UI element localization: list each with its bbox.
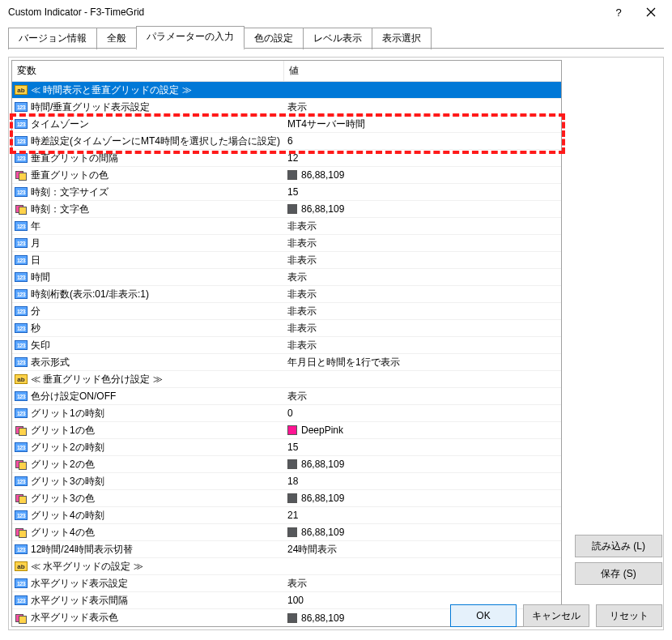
cell-value[interactable]: 表示 [284,271,561,284]
cell-value[interactable]: 15 [284,442,561,453]
tab-0[interactable]: バージョン情報 [8,28,97,49]
variable-name: 分 [31,305,40,318]
cell-value[interactable]: 年月日と時間を1行で表示 [284,356,561,369]
cell-variable: 123年 [12,220,284,233]
table-row[interactable]: 123色分け設定ON/OFF表示 [12,388,561,405]
column-header-value[interactable]: 値 [284,61,561,81]
table-row[interactable]: 123グリット2の時刻15 [12,439,561,456]
table-row[interactable]: グリット2の色86,88,109 [12,456,561,473]
tab-1[interactable]: 全般 [96,28,137,49]
cell-value[interactable]: DeepPink [284,425,561,436]
value-text: 非表示 [287,305,317,318]
cell-value[interactable]: 非表示 [284,322,561,335]
cell-value[interactable]: 15 [284,186,561,198]
value-text: 86,88,109 [301,169,344,181]
table-row[interactable]: 123時刻桁数(表示:01/非表示:1)非表示 [12,286,561,303]
table-row[interactable]: 123時間表示 [12,269,561,286]
table-row[interactable]: グリット1の色DeepPink [12,422,561,439]
table-row[interactable]: ab≪ 時間表示と垂直グリッドの設定 ≫ [12,82,561,99]
type-number-icon: 123 [15,135,28,147]
table-row[interactable]: 123時差設定(タイムゾーンにMT4時間を選択した場合に設定)6 [12,133,561,150]
value-text: 表示 [287,100,307,114]
cell-value[interactable]: 非表示 [284,288,561,301]
variable-name: グリット3の時刻 [31,475,104,489]
reset-button[interactable]: リセット [596,604,662,627]
cell-variable: 時刻：文字色 [12,203,284,216]
load-button[interactable]: 読み込み (L) [575,535,662,557]
type-number-icon: 123 [15,118,28,130]
table-row[interactable]: ab≪ 垂直グリッド色分け設定 ≫ [12,371,561,388]
table-row[interactable]: 123時間/垂直グリッド表示設定表示 [12,99,561,116]
table-row[interactable]: 123グリット3の時刻18 [12,473,561,490]
cell-value[interactable]: 86,88,109 [284,459,561,470]
table-row[interactable]: 123分非表示 [12,303,561,320]
table-row[interactable]: 123表示形式年月日と時間を1行で表示 [12,354,561,371]
cell-value[interactable]: 表示 [284,577,561,591]
cell-variable: 123秒 [12,322,284,335]
cell-value[interactable]: 86,88,109 [284,527,561,538]
table-row[interactable]: 123矢印非表示 [12,337,561,354]
cell-value[interactable]: 24時間表示 [284,543,561,557]
tab-3[interactable]: 色の設定 [244,28,304,49]
cell-variable: 123表示形式 [12,356,284,369]
table-row[interactable]: 123時刻：文字サイズ15 [12,184,561,201]
table-row[interactable]: 123秒非表示 [12,320,561,337]
cell-value[interactable]: 表示 [284,390,561,403]
type-number-icon: 123 [15,339,28,351]
type-color-icon [15,459,28,470]
table-row[interactable]: ab≪ 水平グリッドの設定 ≫ [12,558,561,575]
cell-value[interactable]: 86,88,109 [284,169,561,181]
table-row[interactable]: 123月非表示 [12,235,561,252]
cell-variable: 123時刻：文字サイズ [12,186,284,199]
cell-value[interactable]: 12 [284,152,561,164]
tab-4[interactable]: レベル表示 [303,28,372,49]
cell-value[interactable]: 非表示 [284,220,561,233]
cell-value[interactable]: 86,88,109 [284,493,561,504]
cell-variable: 123分 [12,305,284,318]
table-row[interactable]: 時刻：文字色86,88,109 [12,201,561,218]
table-row[interactable]: グリット4の色86,88,109 [12,524,561,541]
table-row[interactable]: 123年非表示 [12,218,561,235]
cell-variable: グリット2の色 [12,458,284,471]
table-row[interactable]: 123水平グリッド表示設定表示 [12,575,561,592]
table-row[interactable]: 123グリット1の時刻0 [12,405,561,422]
table-row[interactable]: 12312時間/24時間表示切替24時間表示 [12,541,561,558]
cell-value[interactable]: 表示 [284,100,561,114]
value-text: 86,88,109 [301,203,344,215]
variable-name: グリット4の時刻 [31,509,104,523]
cell-variable: ab≪ 水平グリッドの設定 ≫ [12,560,284,574]
table-row[interactable]: 垂直グリットの色86,88,109 [12,167,561,184]
cancel-button[interactable]: キャンセル [523,604,589,627]
table-row[interactable]: 123タイムゾーンMT4サーバー時間 [12,116,561,133]
value-text: 0 [287,407,293,419]
cell-value[interactable]: 6 [284,135,561,147]
column-header-variable[interactable]: 変数 [12,61,284,81]
cell-value[interactable]: MT4サーバー時間 [284,117,561,131]
table-row[interactable]: 123日非表示 [12,252,561,269]
table-row[interactable]: 123垂直グリットの間隔12 [12,150,561,167]
variable-name: 水平グリッド表示間隔 [31,594,128,608]
type-number-icon: 123 [15,322,28,334]
ok-button[interactable]: OK [450,604,517,627]
tab-2[interactable]: パラメーターの入力 [136,26,245,49]
cell-value[interactable]: 非表示 [284,339,561,352]
table-row[interactable]: 123グリット4の時刻21 [12,507,561,524]
cell-value[interactable]: 非表示 [284,254,561,267]
variable-name: 時差設定(タイムゾーンにMT4時間を選択した場合に設定) [31,134,280,148]
cell-value[interactable]: 18 [284,476,561,487]
cell-value[interactable]: 非表示 [284,305,561,318]
cell-variable: グリット4の色 [12,526,284,540]
close-button[interactable] [635,1,667,23]
save-button[interactable]: 保存 (S) [575,562,662,585]
type-number-icon: 123 [15,288,28,300]
cell-value[interactable]: 非表示 [284,237,561,250]
parameter-table[interactable]: 変数 値 ab≪ 時間表示と垂直グリッドの設定 ≫123時間/垂直グリッド表示設… [11,60,562,627]
cell-value[interactable]: 86,88,109 [284,203,561,215]
table-row[interactable]: グリット3の色86,88,109 [12,490,561,507]
help-button[interactable]: ? [602,1,635,23]
value-text: 18 [287,476,298,487]
cell-value[interactable]: 0 [284,407,561,419]
cell-variable: 12312時間/24時間表示切替 [12,543,284,557]
cell-value[interactable]: 21 [284,510,561,521]
tab-5[interactable]: 表示選択 [372,28,432,49]
